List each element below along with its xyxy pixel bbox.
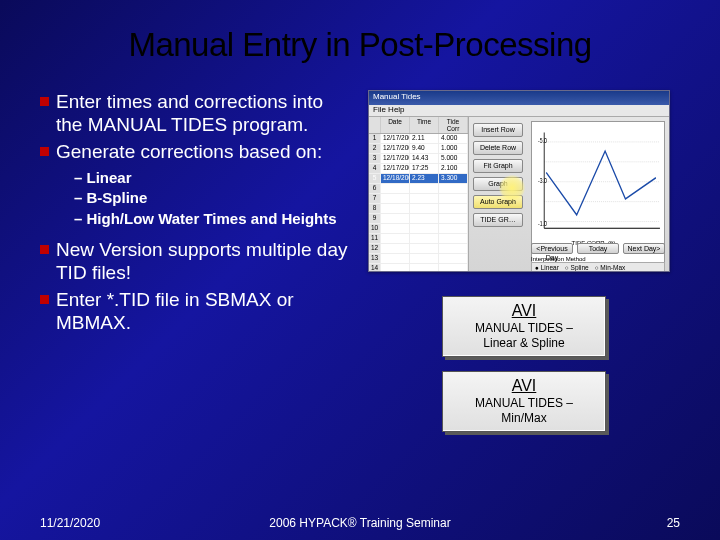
delete-row-button[interactable]: Delete Row	[473, 141, 523, 155]
bullet-2: Generate corrections based on: Linear B-…	[40, 140, 350, 229]
avi-label: AVI	[449, 301, 599, 320]
table-row[interactable]: 14	[369, 264, 468, 272]
radio-spline[interactable]: Spline	[565, 264, 589, 271]
table-row[interactable]: 8	[369, 204, 468, 214]
table-row[interactable]: 12	[369, 244, 468, 254]
sub-bullet-list: Linear B-Spline High/Low Water Times and…	[74, 168, 350, 230]
fit-graph-button[interactable]: Fit Graph	[473, 159, 523, 173]
table-row[interactable]: 412/17/200517:252.100	[369, 164, 468, 174]
next-day-button[interactable]: Next Day>	[623, 243, 665, 254]
main-bullet-list: Enter times and corrections into the MAN…	[40, 90, 350, 334]
slide-title: Manual Entry in Post-Processing	[40, 26, 680, 64]
sub-bullet-2: B-Spline	[74, 188, 350, 209]
bullet-column: Enter times and corrections into the MAN…	[40, 90, 350, 338]
svg-text:-1.0: -1.0	[538, 220, 547, 227]
plot-controls: <Previous Day Today Next Day> Interpolat…	[531, 243, 665, 269]
avi-linear-spline-button[interactable]: AVI MANUAL TIDES – Linear & Spline	[442, 296, 606, 357]
col-date: Date	[381, 117, 410, 133]
bullet-3: New Version supports multiple day TID fi…	[40, 238, 350, 284]
radio-minmax[interactable]: Min-Max	[595, 264, 626, 271]
table-row[interactable]: 6	[369, 184, 468, 194]
tide-table: Date Time Tide Corr 112/17/20052.114.000…	[369, 117, 469, 272]
manual-tides-screenshot: Manual Tides File Help Date Time Tide Co…	[368, 90, 670, 272]
avi-label-2: AVI	[449, 376, 599, 395]
table-header: Date Time Tide Corr	[369, 117, 468, 134]
svg-text:-5.0: -5.0	[538, 138, 547, 145]
avi-box1-line1: MANUAL TIDES –	[475, 321, 573, 335]
interp-radio-group: Linear Spline Min-Max	[531, 262, 665, 272]
figure-column: Manual Tides File Help Date Time Tide Co…	[368, 90, 680, 338]
bullet-4: Enter *.TID file in SBMAX or MBMAX.	[40, 288, 350, 334]
table-row[interactable]: 10	[369, 224, 468, 234]
table-row[interactable]: 512/18/20052.233.300	[369, 174, 468, 184]
avi-box1-line2: Linear & Spline	[483, 336, 564, 350]
table-row[interactable]: 7	[369, 194, 468, 204]
avi-box2-line2: Min/Max	[501, 411, 546, 425]
table-row[interactable]: 212/17/20059.401.000	[369, 144, 468, 154]
content-row: Enter times and corrections into the MAN…	[40, 90, 680, 338]
button-panel: Insert Row Delete Row Fit Graph Graph Au…	[469, 117, 527, 272]
graph-button[interactable]: Graph	[473, 177, 523, 191]
auto-graph-button[interactable]: Auto Graph	[473, 195, 523, 209]
sub-bullet-1: Linear	[74, 168, 350, 189]
slide: Manual Entry in Post-Processing Enter ti…	[0, 0, 720, 540]
avi-box2-line1: MANUAL TIDES –	[475, 396, 573, 410]
table-row[interactable]: 9	[369, 214, 468, 224]
svg-text:-3.0: -3.0	[538, 177, 547, 184]
sub-bullet-3: High/Low Water Times and Heights	[74, 209, 350, 230]
tide-gr-button[interactable]: TIDE GR…	[473, 213, 523, 227]
window-menubar: File Help	[369, 105, 669, 117]
table-row[interactable]: 112/17/20052.114.000	[369, 134, 468, 144]
footer-center: 2006 HYPACK® Training Seminar	[0, 516, 720, 530]
insert-row-button[interactable]: Insert Row	[473, 123, 523, 137]
today-button[interactable]: Today	[577, 243, 619, 254]
bullet-1: Enter times and corrections into the MAN…	[40, 90, 350, 136]
avi-minmax-button[interactable]: AVI MANUAL TIDES – Min/Max	[442, 371, 606, 432]
avi-button-column: AVI MANUAL TIDES – Linear & Spline AVI M…	[368, 296, 680, 432]
bullet-2-text: Generate corrections based on:	[56, 141, 322, 162]
slide-footer: 11/21/2020 2006 HYPACK® Training Seminar…	[0, 516, 720, 530]
table-row[interactable]: 312/17/200514.435.000	[369, 154, 468, 164]
prev-day-button[interactable]: <Previous Day	[531, 243, 573, 254]
table-row[interactable]: 11	[369, 234, 468, 244]
col-time: Time	[410, 117, 439, 133]
radio-linear[interactable]: Linear	[535, 264, 559, 271]
table-row[interactable]: 13	[369, 254, 468, 264]
col-corr: Tide Corr	[439, 117, 468, 133]
window-titlebar: Manual Tides	[369, 91, 669, 105]
